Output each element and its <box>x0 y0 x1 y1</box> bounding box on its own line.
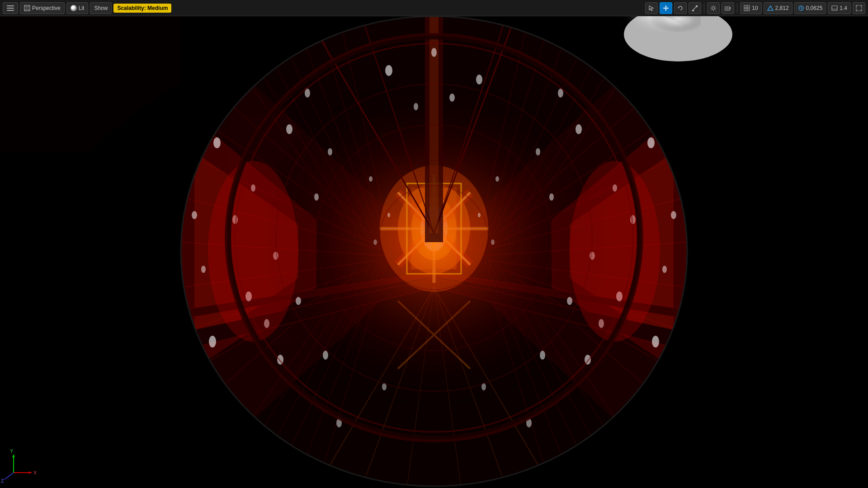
screen-pct-icon <box>831 5 838 11</box>
perspective-label: Perspective <box>32 5 61 11</box>
move-icon <box>663 5 669 11</box>
svg-point-151 <box>192 211 197 219</box>
svg-point-133 <box>213 137 221 148</box>
main-viewport[interactable]: X Y Z <box>0 16 868 488</box>
svg-point-187 <box>570 161 660 342</box>
scalability-badge[interactable]: Scalability: Medium <box>113 4 171 13</box>
svg-point-155 <box>652 336 659 347</box>
expand-button[interactable] <box>853 2 865 14</box>
svg-point-172 <box>431 48 437 57</box>
grid-count: 10 <box>752 5 758 11</box>
select-icon <box>648 5 655 11</box>
show-button[interactable]: Show <box>90 2 112 14</box>
svg-text:Y: Y <box>10 448 14 454</box>
draw-calls-value: 0,0625 <box>806 5 823 11</box>
grid-icon <box>744 5 750 11</box>
svg-marker-12 <box>667 7 669 9</box>
screen-pct-button[interactable]: 1.4 <box>828 2 851 14</box>
separator1 <box>704 3 704 13</box>
screen-pct-value: 1.4 <box>840 5 847 11</box>
svg-rect-37 <box>832 6 837 10</box>
svg-point-139 <box>286 124 292 134</box>
camera-icon <box>725 5 731 11</box>
svg-point-170 <box>671 211 676 219</box>
svg-rect-31 <box>744 9 746 11</box>
svg-point-167 <box>536 148 540 155</box>
toolbar: Perspective Lit Show Scalability: Medium <box>0 0 868 16</box>
rotate-icon <box>677 5 684 11</box>
select-tool-button[interactable] <box>645 2 658 14</box>
scale-tool-button[interactable] <box>689 2 701 14</box>
expand-icon <box>856 5 862 11</box>
svg-line-36 <box>801 8 802 9</box>
svg-point-147 <box>296 297 301 305</box>
svg-marker-6 <box>649 6 653 11</box>
svg-point-158 <box>576 124 582 134</box>
svg-rect-29 <box>744 5 746 8</box>
svg-marker-11 <box>663 7 665 9</box>
svg-line-24 <box>715 6 716 7</box>
svg-point-142 <box>201 266 206 273</box>
svg-point-146 <box>314 193 319 201</box>
scalability-label: Scalability: Medium <box>117 5 168 11</box>
svg-point-148 <box>328 148 332 155</box>
svg-line-22 <box>712 6 712 7</box>
scale-icon <box>692 5 698 11</box>
perspective-icon <box>24 5 30 11</box>
svg-point-136 <box>209 336 216 347</box>
move-tool-button[interactable] <box>660 2 672 14</box>
grid-button[interactable]: 10 <box>740 2 761 14</box>
light-tool-button[interactable] <box>707 2 720 14</box>
svg-marker-33 <box>768 6 773 10</box>
svg-point-161 <box>662 266 667 273</box>
svg-point-166 <box>567 297 572 305</box>
separator2 <box>737 3 737 13</box>
triangle-stat-button[interactable]: 2,812 <box>764 2 793 14</box>
drawcalls-stat-button[interactable]: 0,0625 <box>794 2 826 14</box>
lit-button[interactable]: Lit <box>66 2 89 14</box>
svg-rect-30 <box>747 5 750 8</box>
svg-rect-43 <box>588 16 701 70</box>
triangle-stat-icon <box>767 5 774 11</box>
svg-rect-15 <box>692 10 694 11</box>
svg-line-25 <box>712 9 712 10</box>
rotate-tool-button[interactable] <box>674 2 687 14</box>
svg-marker-9 <box>665 5 667 7</box>
svg-point-171 <box>385 65 392 76</box>
svg-point-152 <box>647 137 655 148</box>
svg-point-179 <box>478 213 481 217</box>
camera-tool-button[interactable] <box>722 2 734 14</box>
hamburger-icon <box>7 5 14 11</box>
svg-point-174 <box>414 103 418 110</box>
svg-rect-32 <box>747 9 750 11</box>
light-icon <box>710 5 717 11</box>
perspective-button[interactable]: Perspective <box>20 2 65 14</box>
svg-point-165 <box>549 193 554 201</box>
svg-point-17 <box>712 7 715 9</box>
scene-canvas: X Y Z <box>0 16 868 488</box>
svg-point-175 <box>449 94 455 102</box>
triangle-count: 2,812 <box>775 5 789 11</box>
svg-rect-16 <box>696 5 698 7</box>
svg-point-168 <box>540 351 545 360</box>
svg-point-180 <box>373 239 377 245</box>
show-label: Show <box>94 5 108 11</box>
svg-line-23 <box>715 9 716 10</box>
svg-rect-5 <box>26 7 28 9</box>
svg-point-149 <box>323 351 328 360</box>
svg-point-177 <box>495 176 499 182</box>
lit-icon <box>71 5 77 11</box>
svg-point-186 <box>208 161 298 342</box>
svg-rect-26 <box>725 7 730 10</box>
svg-point-173 <box>476 75 482 84</box>
svg-text:X: X <box>33 470 37 475</box>
drawcalls-icon <box>798 5 804 11</box>
svg-point-178 <box>387 213 390 217</box>
menu-button[interactable] <box>3 2 18 14</box>
lit-label: Lit <box>79 5 85 11</box>
svg-point-181 <box>491 239 495 245</box>
svg-marker-10 <box>665 9 667 11</box>
svg-point-176 <box>369 176 373 182</box>
svg-point-28 <box>726 8 728 9</box>
svg-text:Z: Z <box>1 478 4 483</box>
